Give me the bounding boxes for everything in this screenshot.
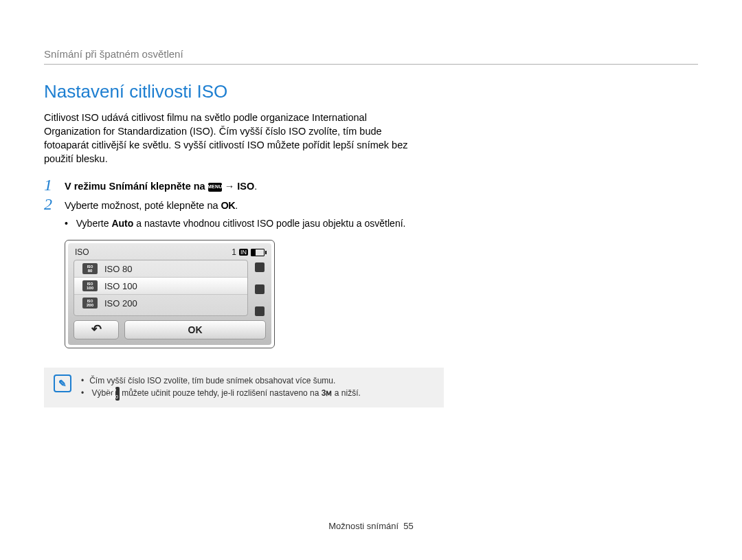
step-sub-bullets: Vyberte Auto a nastavte vhodnou citlivos… [65, 217, 698, 231]
step-text: Vyberte možnost, poté klepněte na OK. [65, 197, 238, 212]
page-title: Nastavení citlivosti ISO [44, 81, 698, 102]
iso-option-100[interactable]: ISO100 ISO 100 [74, 278, 247, 295]
battery-icon [251, 249, 265, 256]
ok-icon: OK [221, 200, 236, 211]
note-box: ✎ Čím vyšší číslo ISO zvolíte, tím bude … [44, 368, 444, 407]
iso-icon: ISO100 [82, 280, 98, 291]
steps-list: 1 V režimu Snímání klepněte na MENU → IS… [44, 178, 698, 407]
iso-option-200[interactable]: ISO200 ISO 200 [74, 295, 247, 311]
note-item: Čím vyšší číslo ISO zvolíte, tím bude sn… [91, 374, 361, 387]
back-button[interactable]: ↶ [74, 320, 119, 339]
intro-text: Citlivost ISO udává citlivost filmu na s… [44, 111, 415, 166]
step-number: 2 [44, 196, 65, 212]
cam-shot-count: 1 [232, 247, 236, 257]
iso-icon: ISO80 [82, 263, 98, 274]
storage-icon: IN [239, 249, 248, 256]
iso-option-label: ISO 100 [104, 281, 137, 291]
camera-screenshot: ISO 1 IN ISO80 ISO 80 [65, 240, 275, 348]
iso-icon: ISO200 [82, 298, 98, 309]
cam-side-icons [254, 260, 266, 316]
cam-title: ISO [75, 247, 89, 257]
menu-icon: MENU [208, 183, 222, 192]
breadcrumb: Snímání při špatném osvětlení [44, 48, 698, 65]
iso-option-list: ISO80 ISO 80 ISO100 ISO 100 ISO200 ISO 2… [74, 260, 248, 316]
step-number: 1 [44, 177, 65, 193]
iso-option-label: ISO 200 [104, 298, 137, 309]
note-item: Výběr ISO3200 můžete učinit pouze tehdy,… [91, 387, 361, 401]
ok-button[interactable]: OK [124, 320, 266, 339]
iso-option-label: ISO 80 [104, 264, 132, 274]
step-1: 1 V režimu Snímání klepněte na MENU → IS… [44, 178, 698, 193]
page-footer: Možnosti snímání 55 [0, 521, 742, 531]
side-icon-1[interactable] [255, 262, 265, 272]
sub-bullet: Vyberte Auto a nastavte vhodnou citlivos… [74, 217, 698, 231]
step-2: 2 Vyberte možnost, poté klepněte na OK. [44, 197, 698, 212]
step-text: V režimu Snímání klepněte na MENU → ISO. [65, 178, 257, 193]
size-3m-icon: 3ᴍ [322, 388, 333, 398]
note-icon: ✎ [54, 374, 71, 392]
side-icon-2[interactable] [255, 284, 265, 294]
iso-option-80[interactable]: ISO80 ISO 80 [74, 260, 247, 278]
side-icon-3[interactable] [255, 306, 265, 316]
